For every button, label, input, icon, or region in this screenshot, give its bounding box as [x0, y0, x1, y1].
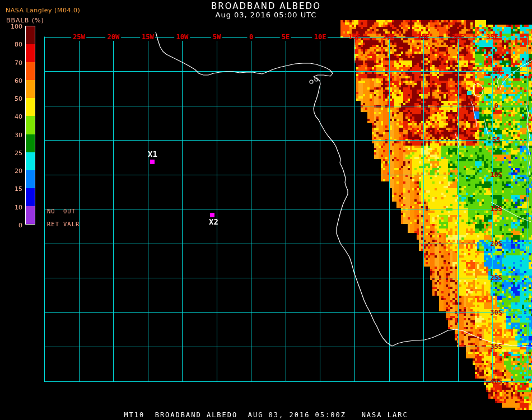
longitude-label: 5E [280, 33, 291, 41]
colorbar-segment [26, 170, 35, 188]
latitude-label: 40S [486, 377, 506, 385]
colorbar-tick: 15 [6, 185, 22, 193]
colorbar-tick: 70 [6, 59, 22, 67]
colorbar-segment [26, 44, 35, 62]
latitude-label: 20S [486, 240, 506, 248]
colorbar-tick: 60 [6, 77, 22, 85]
colorbar-tick: 100 [6, 23, 22, 30]
colorbar-tick: 20 [6, 167, 22, 175]
colorbar-segment [26, 98, 35, 116]
longitude-label: 0 [248, 33, 255, 41]
longitude-label: 25E [417, 33, 430, 41]
flag-legend-text: OUT [63, 208, 76, 214]
colorbar-segment [26, 206, 35, 224]
longitude-label: 15W [140, 33, 156, 41]
latitude-label: 15S [486, 205, 506, 213]
latitude-label: 0 [486, 102, 506, 110]
marker-label: X2 [209, 218, 218, 226]
colorbar-segment [26, 152, 35, 170]
longitude-label: 10W [174, 33, 190, 41]
colorbar-segment [26, 62, 35, 80]
albedo-map-canvas [0, 0, 532, 420]
longitude-label: 20E [383, 33, 395, 41]
latitude-label: 5S [486, 136, 506, 144]
colorbar-tick: 10 [6, 204, 22, 211]
latitude-label: 5N [486, 67, 506, 75]
latitude-label: 10S [486, 171, 506, 179]
colorbar-tick: 50 [6, 95, 22, 102]
longitude-label: 30E [452, 33, 464, 41]
colorbar-tick: 25 [6, 150, 22, 157]
colorbar-segment [26, 134, 35, 152]
latitude-label: 25S [486, 274, 506, 282]
colorbar-segment [26, 188, 35, 206]
longitude-label: 25W [71, 33, 87, 41]
colorbar-segment [26, 26, 35, 44]
flag-legend-text: NO [47, 208, 55, 214]
marker-label: X1 [148, 150, 157, 158]
nasa-langley-label: NASA Langley (M04.0) [6, 7, 80, 14]
marker-square [210, 213, 214, 217]
marker-square [150, 160, 155, 164]
colorbar-tick: 0 [6, 222, 22, 229]
latitude-label: 35S [486, 343, 506, 351]
footer-status-text: MT10 BROADBAND ALBEDO AUG 03, 2016 05:00… [0, 411, 532, 419]
flag-legend-text: RET [47, 221, 59, 227]
longitude-label: 10E [312, 33, 328, 41]
colorbar-tick: 40 [6, 113, 22, 120]
colorbar [25, 26, 35, 225]
flag-legend-text: VALR [63, 221, 80, 227]
latitude-label: 30S [486, 309, 506, 316]
colorbar-tick: 30 [6, 132, 22, 139]
longitude-label: 35E [486, 33, 498, 41]
longitude-label: 20W [105, 33, 121, 41]
colorbar-segment [26, 80, 35, 98]
colorbar-segment [26, 116, 35, 134]
albedo-product-viewer: BROADBAND ALBEDO Aug 03, 2016 05:00 UTC … [0, 0, 532, 420]
longitude-label: 15E [348, 33, 361, 41]
longitude-label: 5W [211, 33, 222, 41]
colorbar-tick: 80 [6, 41, 22, 48]
